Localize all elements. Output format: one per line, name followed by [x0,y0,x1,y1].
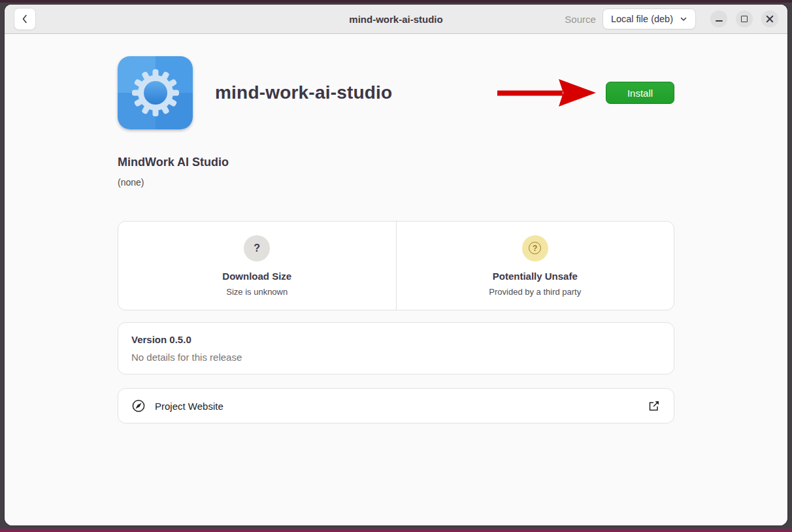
context-tiles: ? Download Size Size is unknown ? Potent… [118,221,674,310]
app-hero: mind-work-ai-studio Install [118,56,674,129]
tile-title: Download Size [222,271,291,282]
tile-title: Potentially Unsafe [493,271,578,282]
version-card: Version 0.5.0 No details for this releas… [118,322,674,374]
external-link-icon [648,399,661,412]
version-title: Version 0.5.0 [131,334,661,345]
compass-icon [131,399,146,413]
safety-tile[interactable]: ? Potentially Unsafe Provided by a third… [396,222,674,310]
gear-icon [131,68,180,118]
minimize-button[interactable] [710,10,727,27]
source-label: Source [565,14,596,25]
app-developer: (none) [118,177,674,188]
app-icon [118,56,193,129]
annotation-arrow [497,77,597,108]
app-details-page: mind-work-ai-studio Install MindWork AI … [5,34,787,525]
maximize-button[interactable] [736,10,753,27]
tile-subtitle: Size is unknown [226,287,288,297]
close-button[interactable] [761,10,778,27]
tile-subtitle: Provided by a third party [489,287,581,297]
project-website-row[interactable]: Project Website [118,388,674,424]
desktop-edge-bottom [0,529,792,532]
desktop-edge-top [0,0,792,3]
install-button[interactable]: Install [606,82,674,104]
close-icon [766,15,774,23]
source-dropdown[interactable]: Local file (deb) [602,8,696,29]
source-dropdown-value: Local file (deb) [611,14,673,24]
app-display-name: MindWork AI Studio [118,156,674,169]
app-id-title: mind-work-ai-studio [215,82,497,103]
project-website-label: Project Website [155,401,648,412]
version-subtitle: No details for this release [131,352,661,363]
warning-question-icon: ? [522,235,548,261]
download-size-tile[interactable]: ? Download Size Size is unknown [118,222,396,310]
back-button[interactable] [14,8,36,30]
question-mark-icon: ? [244,235,270,261]
software-window: mind-work-ai-studio Source Local file (d… [5,5,787,525]
headerbar: mind-work-ai-studio Source Local file (d… [5,5,787,34]
maximize-icon [741,16,748,22]
minimize-icon [716,20,723,22]
chevron-left-icon [20,14,30,24]
window-controls [710,10,778,27]
chevron-down-icon [680,15,687,23]
